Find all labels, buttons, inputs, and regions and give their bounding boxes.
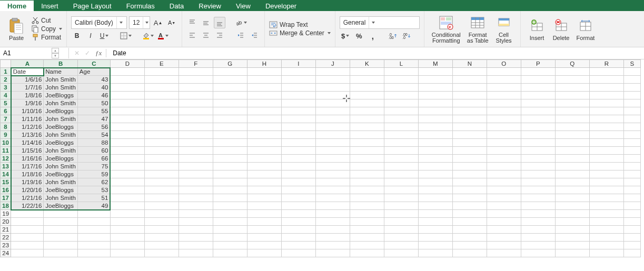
cell[interactable]: JoeBloggs: [44, 155, 78, 163]
cell[interactable]: [315, 226, 350, 234]
cell[interactable]: 59: [77, 170, 110, 178]
cell[interactable]: [350, 131, 384, 139]
cell[interactable]: [350, 84, 384, 92]
cell[interactable]: [452, 186, 487, 194]
cell[interactable]: [521, 249, 555, 257]
cell[interactable]: [11, 249, 44, 257]
cell[interactable]: [110, 210, 144, 218]
cell[interactable]: John Smith: [44, 163, 78, 170]
cell[interactable]: [521, 163, 555, 170]
cell[interactable]: [589, 139, 623, 147]
cell[interactable]: [350, 76, 384, 84]
cell[interactable]: [179, 202, 213, 210]
cell[interactable]: [384, 131, 418, 139]
cell[interactable]: John Smith: [44, 84, 78, 92]
cell[interactable]: [384, 92, 418, 99]
cell[interactable]: [110, 99, 144, 107]
cell[interactable]: [452, 178, 487, 186]
cell[interactable]: [384, 194, 418, 202]
cell[interactable]: 51: [77, 194, 110, 202]
row-header[interactable]: 15: [1, 178, 11, 186]
cell[interactable]: [247, 170, 281, 178]
cell[interactable]: [521, 84, 555, 92]
cell[interactable]: [589, 234, 623, 242]
cell[interactable]: [418, 123, 452, 131]
cell[interactable]: [315, 115, 350, 123]
cell[interactable]: [384, 115, 418, 123]
column-header[interactable]: I: [281, 60, 315, 68]
cell[interactable]: [247, 68, 281, 76]
cell[interactable]: [384, 170, 418, 178]
cell[interactable]: [179, 76, 213, 84]
cell[interactable]: [521, 139, 555, 147]
tab-home[interactable]: Home: [0, 1, 34, 11]
cell[interactable]: John Smith: [44, 178, 78, 186]
comma-button[interactable]: ,: [367, 30, 379, 42]
cell[interactable]: [487, 202, 521, 210]
cell[interactable]: [247, 242, 281, 249]
cell[interactable]: [144, 123, 179, 131]
row-header[interactable]: 3: [1, 84, 11, 92]
cell[interactable]: [247, 76, 281, 84]
cell[interactable]: [11, 226, 44, 234]
cell[interactable]: [487, 163, 521, 170]
cell[interactable]: [144, 84, 179, 92]
cell[interactable]: [281, 170, 315, 178]
cell[interactable]: [521, 218, 555, 226]
cell[interactable]: 62: [77, 178, 110, 186]
align-right-button[interactable]: [214, 29, 225, 41]
cell[interactable]: [589, 99, 623, 107]
align-center-button[interactable]: [200, 29, 212, 41]
cell[interactable]: [77, 226, 110, 234]
column-header[interactable]: R: [589, 60, 623, 68]
cell[interactable]: [213, 131, 247, 139]
cell[interactable]: [350, 147, 384, 155]
cell[interactable]: [350, 170, 384, 178]
cell[interactable]: [521, 123, 555, 131]
cell[interactable]: [623, 76, 640, 84]
name-box-input[interactable]: [2, 49, 52, 57]
cell[interactable]: [11, 234, 44, 242]
row-header[interactable]: 22: [1, 234, 11, 242]
row-header[interactable]: 4: [1, 92, 11, 99]
cell[interactable]: [315, 131, 350, 139]
cell[interactable]: [44, 218, 78, 226]
formula-input[interactable]: [111, 49, 644, 57]
cell[interactable]: [281, 147, 315, 155]
cell[interactable]: [589, 170, 623, 178]
cell[interactable]: [110, 68, 144, 76]
cell[interactable]: [315, 139, 350, 147]
cell[interactable]: [11, 210, 44, 218]
cell[interactable]: [144, 178, 179, 186]
cell[interactable]: [589, 155, 623, 163]
cell[interactable]: [350, 218, 384, 226]
row-header[interactable]: 18: [1, 202, 11, 210]
cell[interactable]: [418, 107, 452, 115]
cell[interactable]: Date: [11, 68, 44, 76]
cell[interactable]: [179, 178, 213, 186]
column-header[interactable]: F: [179, 60, 213, 68]
cell[interactable]: [350, 242, 384, 249]
merge-center-button[interactable]: Merge & Center: [269, 29, 331, 37]
cell[interactable]: [452, 107, 487, 115]
cell[interactable]: [487, 131, 521, 139]
cell[interactable]: [179, 155, 213, 163]
cell[interactable]: JoeBloggs: [44, 202, 78, 210]
cell[interactable]: [452, 249, 487, 257]
tab-insert[interactable]: Insert: [34, 1, 66, 11]
cell[interactable]: [144, 76, 179, 84]
tab-page-layout[interactable]: Page Layout: [66, 1, 119, 11]
cell[interactable]: [589, 163, 623, 170]
cell[interactable]: [213, 139, 247, 147]
cell[interactable]: 47: [77, 115, 110, 123]
cell[interactable]: [384, 202, 418, 210]
cell[interactable]: [418, 147, 452, 155]
cell[interactable]: [247, 139, 281, 147]
cell[interactable]: [179, 210, 213, 218]
cell[interactable]: [418, 92, 452, 99]
cell[interactable]: JoeBloggs: [44, 170, 78, 178]
cell[interactable]: 50: [77, 99, 110, 107]
cell[interactable]: [247, 99, 281, 107]
cell[interactable]: [555, 226, 589, 234]
cell[interactable]: [623, 123, 640, 131]
